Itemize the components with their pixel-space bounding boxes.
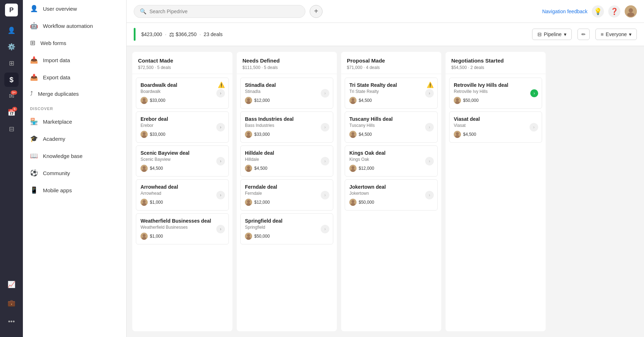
nav-icon-dollar[interactable]: $ <box>4 73 19 87</box>
deal-card[interactable]: Boardwalk deal Boardwalk $33,000 ⚠️ › <box>136 78 229 109</box>
deal-avatar <box>349 165 357 172</box>
deal-card[interactable]: Scenic Bayview deal Scenic Bayview $4,50… <box>136 145 229 177</box>
deal-title: Weatherfield Businesses deal <box>141 218 224 224</box>
search-input[interactable] <box>149 9 299 14</box>
kanban-column-3: Negotiations Started $54,500 · 2 deals R… <box>446 52 546 331</box>
sidebar-item-knowledge-base[interactable]: 📖 Knowledge base <box>23 147 126 164</box>
pipeline-filter-btn[interactable]: ≡ Everyone ▾ <box>595 29 637 40</box>
sidebar-label-user-overview: User overview <box>43 6 77 12</box>
deal-avatar <box>141 233 148 240</box>
deal-card[interactable]: Bass Industries deal Bass Industries $33… <box>240 111 333 143</box>
arrow-btn[interactable]: › <box>216 123 225 132</box>
sidebar-label-forms: Web forms <box>40 40 66 46</box>
nav-icon-person[interactable]: 👤 <box>4 23 19 38</box>
sidebar-item-web-forms[interactable]: ⊞ Web forms <box>23 34 126 51</box>
nav-icon-chart[interactable]: 📈 <box>4 277 19 292</box>
arrow-gray-btn[interactable]: › <box>530 123 538 132</box>
svg-point-7 <box>143 132 146 135</box>
deal-card[interactable]: Viasat deal Viasat $4,500 › <box>449 111 542 143</box>
svg-point-8 <box>142 135 146 138</box>
total-amount: $423,000 <box>141 31 162 37</box>
sidebar-item-merge-duplicates[interactable]: ⤴ Merge duplicates <box>23 86 126 101</box>
pipeline-icon: ⊟ <box>537 31 542 37</box>
deal-company: Retroville Ivy Hills <box>454 89 537 94</box>
deal-footer: $4,500 <box>349 131 433 138</box>
nav-icon-more[interactable]: ••• <box>4 314 19 329</box>
arrow-btn[interactable]: › <box>216 225 225 233</box>
sidebar-item-workflow-automation[interactable]: 🤖 Workflow automation <box>23 17 126 34</box>
arrow-gray-btn[interactable]: › <box>425 157 434 165</box>
deal-card[interactable]: Erebor deal Erebor $33,000 › <box>136 111 229 143</box>
nav-icon-table[interactable]: ⊟ <box>4 122 19 136</box>
sidebar-item-export-data[interactable]: 📤 Export data <box>23 69 126 86</box>
nav-icon-forms[interactable]: ⊞ <box>4 56 19 70</box>
svg-point-31 <box>247 234 250 237</box>
deal-amount: $12,000 <box>359 166 374 171</box>
pipeline-stats: $423,000 · ⚖ $366,250 · 23 deals <box>141 31 223 38</box>
arrow-btn[interactable]: › <box>216 89 225 98</box>
arrow-gray-btn[interactable]: › <box>321 191 329 199</box>
deal-footer: $12,000 <box>245 97 329 104</box>
add-button[interactable]: + <box>310 5 323 18</box>
sidebar-item-import-data[interactable]: 📥 Import data <box>23 51 126 69</box>
sidebar-item-user-overview[interactable]: 👤 User overview <box>23 0 126 17</box>
lightbulb-icon-btn[interactable]: 💡 <box>592 5 604 18</box>
sidebar-item-community[interactable]: ⚽ Community <box>23 164 126 182</box>
user-avatar[interactable] <box>625 5 637 18</box>
sidebar-item-mobile-apps[interactable]: 📱 Mobile apps <box>23 182 126 199</box>
deal-title: Arrowhead deal <box>141 184 224 190</box>
nav-icon-calendar[interactable]: 📅 6 <box>4 105 19 120</box>
deal-title: Ferndale deal <box>245 184 329 190</box>
arrow-gray-btn[interactable]: › <box>425 191 434 199</box>
deal-card[interactable]: Springfield deal Springfield $50,000 › <box>240 213 333 244</box>
kanban-column-1: Needs Defined $111,500 · 5 deals Stinadl… <box>237 52 337 331</box>
deal-card[interactable]: Retroville Ivy Hills deal Retroville Ivy… <box>449 78 542 109</box>
svg-point-10 <box>143 166 146 169</box>
deal-avatar <box>245 233 252 240</box>
arrow-btn[interactable]: › <box>216 191 225 199</box>
deal-card[interactable]: Hilldale deal Hilldale $4,500 › <box>240 145 333 177</box>
svg-point-2 <box>627 13 634 17</box>
deal-card[interactable]: Tri State Realty deal Tri State Realty $… <box>345 78 438 109</box>
app-logo[interactable]: P <box>5 4 18 16</box>
help-icon-btn[interactable]: ❓ <box>608 5 620 18</box>
deal-card[interactable]: Weatherfield Businesses deal Weatherfiel… <box>136 213 229 244</box>
deal-card[interactable]: Tuscany Hills deal Tuscany Hills $4,500 … <box>345 111 438 143</box>
arrow-gray-btn[interactable]: › <box>321 225 329 233</box>
deal-card[interactable]: Stinadla deal Stinadla $12,000 › <box>240 78 333 109</box>
deal-avatar <box>141 165 148 172</box>
deal-card[interactable]: Kings Oak deal Kings Oak $12,000 › <box>345 145 438 177</box>
arrow-gray-btn[interactable]: › <box>321 123 329 132</box>
icon-bar: P 👤 ⚙️ ⊞ $ ✉ 9+ 📅 6 ⊟ 📈 💼 ••• <box>0 0 23 337</box>
deal-title: Scenic Bayview deal <box>141 150 224 156</box>
pipeline-edit-btn[interactable]: ✏ <box>577 29 590 40</box>
nav-icon-briefcase[interactable]: 💼 <box>4 296 19 310</box>
nav-feedback-link[interactable]: Navigation feedback <box>542 9 588 14</box>
deal-title: Erebor deal <box>141 116 224 122</box>
forms-icon: ⊞ <box>30 39 35 47</box>
arrow-btn[interactable]: › <box>216 157 225 165</box>
deal-card[interactable]: Arrowhead deal Arrowhead $1,000 › <box>136 179 229 210</box>
svg-point-32 <box>246 237 251 240</box>
nav-icon-automation[interactable]: ⚙️ <box>4 40 19 54</box>
deal-card[interactable]: Jokertown deal Jokertown $50,000 › <box>345 179 438 210</box>
deal-avatar <box>245 131 252 138</box>
search-box[interactable]: 🔍 <box>134 5 305 18</box>
deal-avatar <box>349 131 357 138</box>
pipeline-view-btn[interactable]: ⊟ Pipeline ▾ <box>532 29 572 40</box>
sidebar-item-marketplace[interactable]: 🏪 Marketplace <box>23 113 126 130</box>
arrow-gray-btn[interactable]: › <box>425 123 434 132</box>
col-cards-2: Tri State Realty deal Tri State Realty $… <box>341 74 441 214</box>
arrow-gray-btn[interactable]: › <box>321 157 329 165</box>
arrow-btn[interactable]: › <box>425 89 434 98</box>
deal-company: Viasat <box>454 123 537 128</box>
sidebar-item-academy[interactable]: 🎓 Academy <box>23 130 126 147</box>
pipeline-container: $423,000 · ⚖ $366,250 · 23 deals ⊟ Pipel… <box>127 23 644 337</box>
deal-avatar <box>454 97 461 104</box>
nav-icon-mail[interactable]: ✉ 9+ <box>4 89 19 103</box>
deal-amount: $33,000 <box>254 132 270 137</box>
col-header-2: Proposal Made $71,000 · 4 deals <box>341 52 441 74</box>
arrow-gray-btn[interactable]: › <box>321 89 329 98</box>
green-circle-btn[interactable]: › <box>530 89 538 97</box>
deal-card[interactable]: Ferndale deal Ferndale $12,000 › <box>240 179 333 210</box>
